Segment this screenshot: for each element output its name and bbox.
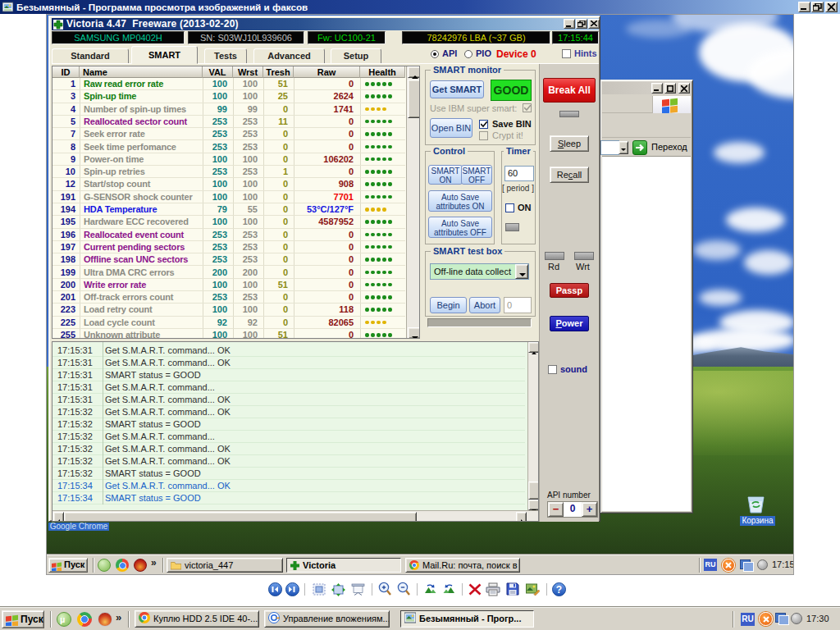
svg-text:µ: µ xyxy=(60,614,65,624)
svg-text:?: ? xyxy=(556,584,562,596)
